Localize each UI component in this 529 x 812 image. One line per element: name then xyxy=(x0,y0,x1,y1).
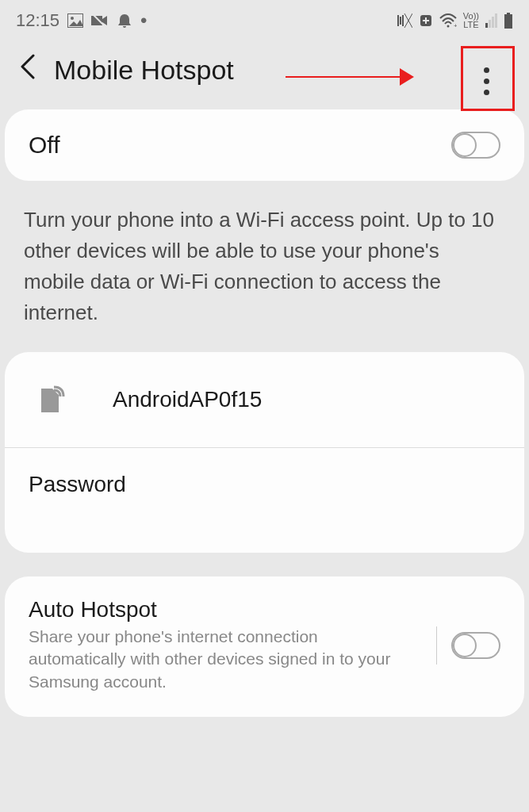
svg-text:+: + xyxy=(454,22,457,28)
auto-hotspot-title: Auto Hotspot xyxy=(29,597,422,622)
image-icon xyxy=(67,13,83,28)
auto-hotspot-card: Auto Hotspot Share your phone's internet… xyxy=(5,576,524,717)
hotspot-description: Turn your phone into a Wi-Fi access poin… xyxy=(0,197,529,352)
dnd-icon xyxy=(117,13,132,29)
hotspot-toggle-row: Off xyxy=(29,132,500,159)
auto-hotspot-text[interactable]: Auto Hotspot Share your phone's internet… xyxy=(29,597,422,693)
hotspot-toggle-label: Off xyxy=(29,132,59,159)
signal-icon xyxy=(485,13,497,28)
vibrate-icon xyxy=(397,13,412,28)
divider xyxy=(436,626,437,665)
svg-point-5 xyxy=(447,25,449,28)
toggle-knob xyxy=(453,133,477,157)
password-label: Password xyxy=(29,472,126,496)
annotation-arrow-head xyxy=(400,68,414,86)
status-right: + Vo)) LTE xyxy=(397,12,513,29)
header: Mobile Hotspot xyxy=(0,38,529,109)
back-icon[interactable] xyxy=(19,54,35,86)
auto-hotspot-description: Share your phone's internet connection a… xyxy=(29,626,422,693)
svg-rect-7 xyxy=(507,13,510,14)
hotspot-info-card: AndroidAP0f15 Password xyxy=(5,352,524,553)
auto-hotspot-toggle-switch[interactable] xyxy=(451,632,500,659)
status-time: 12:15 xyxy=(16,10,59,31)
hotspot-name-row[interactable]: AndroidAP0f15 xyxy=(5,352,524,448)
hotspot-password-row[interactable]: Password xyxy=(5,448,524,553)
hotspot-icon xyxy=(36,384,68,416)
data-saver-icon xyxy=(419,13,433,28)
status-left: 12:15 • xyxy=(16,10,147,32)
toggle-knob xyxy=(453,634,477,657)
status-bar: 12:15 • + Vo)) LTE xyxy=(0,0,529,38)
svg-rect-8 xyxy=(504,14,512,29)
page-title: Mobile Hotspot xyxy=(54,55,234,86)
volte-icon: Vo)) LTE xyxy=(463,12,479,29)
svg-point-1 xyxy=(71,17,74,20)
more-vertical-icon xyxy=(484,67,489,95)
wifi-icon: + xyxy=(439,13,457,28)
video-off-icon xyxy=(91,14,109,27)
dot-icon: • xyxy=(140,10,147,32)
more-options-button[interactable] xyxy=(466,54,507,108)
battery-icon xyxy=(504,13,513,29)
hotspot-toggle-switch[interactable] xyxy=(451,132,500,159)
hotspot-toggle-card: Off xyxy=(5,109,524,181)
hotspot-name: AndroidAP0f15 xyxy=(113,387,262,412)
annotation-arrow-line xyxy=(286,76,404,78)
